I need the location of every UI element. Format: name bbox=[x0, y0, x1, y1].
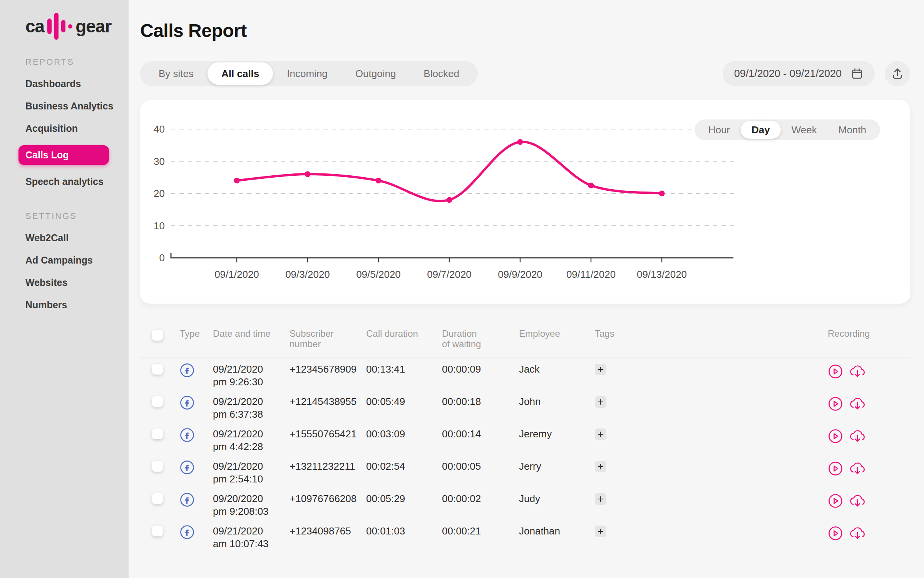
cloud-download-icon bbox=[849, 396, 865, 412]
facebook-icon bbox=[180, 525, 194, 539]
download-recording-button[interactable] bbox=[849, 493, 865, 509]
x-axis bbox=[171, 253, 733, 258]
call-duration-cell: 00:02:54 bbox=[366, 455, 442, 473]
table-row: 09/21/2020pm 6:37:38 +12145438955 00:05:… bbox=[140, 391, 910, 423]
row-checkbox[interactable] bbox=[152, 493, 163, 504]
report-tabs: By sites All calls Incoming Outgoing Blo… bbox=[140, 61, 478, 86]
add-tag-button[interactable]: + bbox=[595, 396, 606, 408]
add-tag-button[interactable]: + bbox=[595, 364, 606, 375]
subscriber-cell: +10976766208 bbox=[290, 488, 366, 505]
y-tick-label: 0 bbox=[159, 252, 165, 264]
facebook-icon bbox=[180, 428, 194, 442]
play-recording-button[interactable] bbox=[828, 396, 843, 412]
sidebar-item-web2call[interactable]: Web2Call bbox=[25, 232, 129, 244]
tab-blocked[interactable]: Blocked bbox=[410, 62, 473, 85]
y-tick-label: 10 bbox=[154, 220, 165, 232]
sidebar-item-dashboards[interactable]: Dashboards bbox=[25, 78, 129, 89]
granularity-hour[interactable]: Hour bbox=[698, 121, 741, 139]
cloud-download-icon bbox=[849, 428, 865, 444]
play-icon bbox=[828, 526, 843, 541]
y-tick-label: 40 bbox=[154, 123, 165, 135]
waiting-duration-cell: 00:00:18 bbox=[442, 391, 519, 408]
add-tag-button[interactable]: + bbox=[595, 461, 606, 472]
download-recording-button[interactable] bbox=[849, 461, 865, 476]
facebook-icon bbox=[180, 492, 194, 507]
sidebar-item-speech-analytics[interactable]: Speech analytics bbox=[25, 176, 129, 187]
waiting-duration-cell: 00:00:02 bbox=[442, 488, 519, 505]
add-tag-button[interactable]: + bbox=[595, 493, 606, 505]
recording-cell bbox=[828, 455, 910, 476]
sidebar-item-acquisition[interactable]: Acquisition bbox=[25, 123, 129, 134]
call-duration-cell: 00:05:29 bbox=[366, 488, 442, 505]
row-checkbox[interactable] bbox=[152, 396, 163, 407]
add-tag-button[interactable]: + bbox=[595, 428, 606, 440]
table-row: 09/21/2020am 10:07:43 +1234098765 00:01:… bbox=[140, 520, 910, 553]
download-recording-button[interactable] bbox=[849, 364, 865, 379]
granularity-week[interactable]: Week bbox=[781, 121, 828, 139]
date-time-cell: 09/20/2020pm 9:208:03 bbox=[213, 488, 290, 518]
play-recording-button[interactable] bbox=[828, 493, 843, 509]
sidebar-item-numbers[interactable]: Numbers bbox=[25, 299, 129, 311]
call-type-cell bbox=[180, 428, 213, 444]
chart-granularity-tabs: Hour Day Week Month bbox=[695, 119, 880, 140]
download-recording-button[interactable] bbox=[849, 428, 865, 444]
waiting-duration-cell: 00:00:09 bbox=[442, 358, 519, 376]
x-tick-label: 09/5/2020 bbox=[356, 269, 401, 280]
sidebar-item-business-analytics[interactable]: Business Analytics bbox=[25, 101, 129, 112]
calendar-icon bbox=[851, 67, 863, 80]
row-checkbox[interactable] bbox=[152, 428, 163, 439]
cloud-download-icon bbox=[849, 526, 865, 541]
table-body: 09/21/2020pm 9:26:30 +12345678909 00:13:… bbox=[140, 358, 910, 553]
call-duration-cell: 00:05:49 bbox=[366, 391, 442, 408]
play-recording-button[interactable] bbox=[828, 428, 843, 444]
row-checkbox[interactable] bbox=[152, 461, 163, 472]
date-range-picker[interactable]: 09/1/2020 - 09/21/2020 bbox=[723, 61, 875, 86]
add-tag-button[interactable]: + bbox=[595, 526, 606, 537]
logo-dot-icon bbox=[68, 24, 72, 29]
upload-icon bbox=[891, 67, 904, 80]
data-point bbox=[234, 178, 240, 183]
play-recording-button[interactable] bbox=[828, 526, 843, 541]
play-icon bbox=[828, 396, 843, 412]
call-type-cell bbox=[180, 492, 213, 509]
play-recording-button[interactable] bbox=[828, 461, 843, 476]
x-tick-label: 09/1/2020 bbox=[214, 269, 259, 280]
tab-all-calls[interactable]: All calls bbox=[208, 62, 273, 85]
cloud-download-icon bbox=[849, 493, 865, 509]
granularity-month[interactable]: Month bbox=[828, 121, 877, 139]
play-recording-button[interactable] bbox=[828, 364, 843, 379]
tab-incoming[interactable]: Incoming bbox=[273, 62, 341, 85]
date-time-cell: 09/21/2020pm 6:37:38 bbox=[213, 391, 290, 421]
download-recording-button[interactable] bbox=[849, 396, 865, 412]
download-recording-button[interactable] bbox=[849, 526, 865, 541]
table-row: 09/21/2020pm 9:26:30 +12345678909 00:13:… bbox=[140, 358, 910, 391]
play-icon bbox=[828, 428, 843, 444]
row-checkbox[interactable] bbox=[152, 526, 163, 536]
x-tick-label: 09/9/2020 bbox=[498, 269, 542, 280]
recording-cell bbox=[828, 423, 910, 444]
y-tick-label: 20 bbox=[154, 188, 165, 199]
call-type-cell bbox=[180, 395, 213, 412]
calls-chart-card: Hour Day Week Month 01020304009/1/202009… bbox=[140, 100, 910, 304]
calls-report-page: ca gear REPORTS Dashboards Business Anal… bbox=[0, 0, 924, 578]
employee-cell: Jeremy bbox=[519, 423, 595, 440]
sidebar-section-settings: SETTINGS bbox=[25, 211, 129, 221]
date-time-cell: 09/21/2020pm 2:54:10 bbox=[213, 455, 290, 486]
logo-bars-icon bbox=[47, 13, 65, 40]
waiting-duration-cell: 00:00:21 bbox=[442, 520, 519, 538]
sidebar-item-calls-log[interactable]: Calls Log bbox=[18, 145, 109, 165]
granularity-day[interactable]: Day bbox=[741, 121, 781, 139]
play-icon bbox=[828, 493, 843, 509]
callgear-logo[interactable]: ca gear bbox=[25, 14, 129, 39]
sidebar-item-ad-campaings[interactable]: Ad Campaings bbox=[25, 255, 129, 266]
call-type-cell bbox=[180, 460, 213, 476]
tab-by-sites[interactable]: By sites bbox=[145, 62, 208, 85]
x-tick-label: 09/11/2020 bbox=[566, 269, 616, 280]
row-checkbox[interactable] bbox=[152, 364, 163, 375]
subscriber-cell: +13211232211 bbox=[290, 455, 366, 473]
sidebar-item-websites[interactable]: Websites bbox=[25, 277, 129, 288]
logo-text-right: gear bbox=[75, 16, 111, 37]
select-all-checkbox[interactable] bbox=[152, 330, 163, 341]
tab-outgoing[interactable]: Outgoing bbox=[341, 62, 410, 85]
export-button[interactable] bbox=[885, 61, 910, 86]
